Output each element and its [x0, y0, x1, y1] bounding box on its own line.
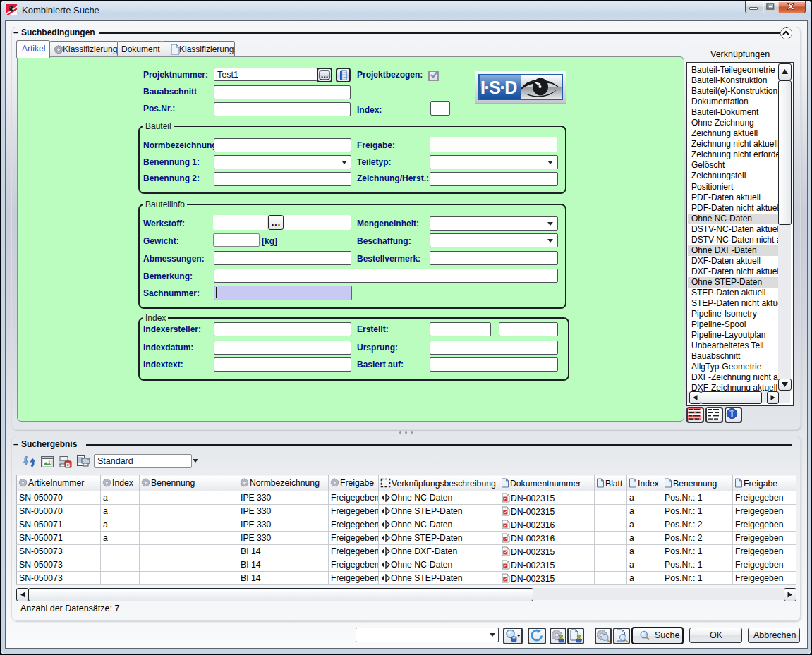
- svg-text:B: B: [66, 462, 71, 468]
- svg-text:I·S·D: I·S·D: [480, 78, 516, 97]
